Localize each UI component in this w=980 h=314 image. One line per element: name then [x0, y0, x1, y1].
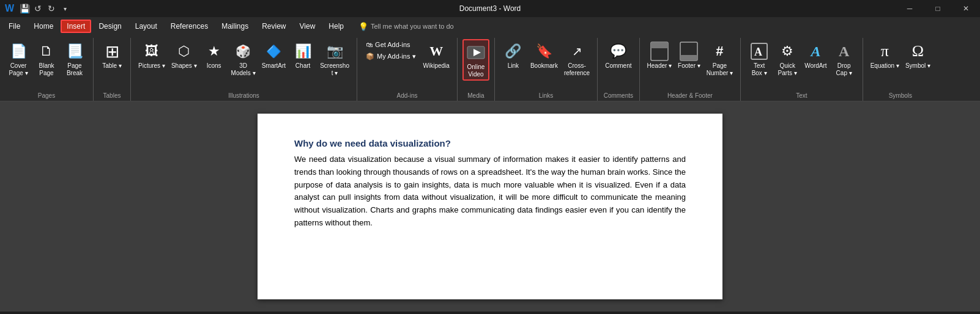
- ribbon-group-text: A TextBox ▾ ⚙ QuickParts ▾ A WordArt A D…: [741, 38, 863, 101]
- quick-access-undo[interactable]: ↺: [32, 3, 43, 14]
- menu-references[interactable]: References: [165, 20, 214, 33]
- menu-bar: File Home Insert Design Layout Reference…: [0, 17, 980, 35]
- bookmark-button[interactable]: 🔖 Bookmark: [528, 39, 560, 71]
- footer-button[interactable]: Footer ▾: [675, 39, 703, 71]
- wikipedia-button[interactable]: W Wikipedia: [421, 39, 452, 71]
- minimize-button[interactable]: ─: [896, 0, 924, 17]
- ribbon-group-illustrations: 🖼 Pictures ▾ ⬡ Shapes ▾ ★ Icons 🎲 3DMode…: [131, 38, 357, 101]
- quick-access-save[interactable]: 💾: [19, 3, 30, 14]
- icons-button[interactable]: ★ Icons: [201, 39, 228, 71]
- get-addins-button[interactable]: 🛍 Get Add-ins: [362, 39, 419, 50]
- svg-rect-5: [680, 55, 697, 60]
- chart-button[interactable]: 📊 Chart: [289, 39, 316, 71]
- document-body[interactable]: We need data visualization because a vis…: [294, 153, 686, 230]
- symbol-button[interactable]: Ω Symbol ▾: [903, 39, 933, 71]
- smartart-button[interactable]: 🔷 SmartArt: [259, 39, 288, 71]
- quick-access-redo[interactable]: ↻: [46, 3, 57, 14]
- cross-reference-button[interactable]: ↗ Cross-reference: [562, 39, 592, 78]
- pictures-button[interactable]: 🖼 Pictures ▾: [136, 39, 168, 71]
- menu-file[interactable]: File: [2, 20, 26, 33]
- menu-insert[interactable]: Insert: [61, 20, 91, 33]
- chart-label: Chart: [295, 62, 310, 70]
- quick-parts-button[interactable]: ⚙ QuickParts ▾: [774, 39, 801, 78]
- drop-cap-icon: A: [834, 42, 854, 61]
- drop-cap-button[interactable]: A DropCap ▾: [831, 39, 858, 78]
- cover-page-button[interactable]: 📄 CoverPage ▾: [5, 39, 32, 78]
- smartart-label: SmartArt: [262, 62, 286, 70]
- quick-access-customize[interactable]: ▾: [59, 3, 70, 14]
- symbol-label: Symbol ▾: [905, 62, 930, 70]
- maximize-button[interactable]: □: [924, 0, 952, 17]
- bookmark-icon: 🔖: [534, 42, 554, 61]
- wordart-button[interactable]: A WordArt: [802, 39, 830, 71]
- link-label: Link: [508, 62, 519, 70]
- ribbon-group-comments: 💬 Comment Comments: [598, 38, 639, 101]
- page-number-button[interactable]: # PageNumber ▾: [704, 39, 735, 78]
- svg-rect-3: [651, 42, 668, 48]
- comment-button[interactable]: 💬 Comment: [603, 39, 634, 71]
- links-group-label: Links: [497, 91, 595, 101]
- lightbulb-icon: 💡: [358, 22, 368, 31]
- page-break-button[interactable]: 📃 PageBreak: [61, 39, 88, 78]
- header-button[interactable]: Header ▾: [645, 39, 675, 71]
- search-bar[interactable]: 💡 Tell me what you want to do: [358, 22, 454, 31]
- title-bar-left: W 💾 ↺ ↻ ▾: [0, 3, 70, 14]
- menu-mailings[interactable]: Mailings: [215, 20, 254, 33]
- illustrations-buttons: 🖼 Pictures ▾ ⬡ Shapes ▾ ★ Icons 🎲 3DMode…: [133, 38, 354, 91]
- icons-icon: ★: [204, 42, 224, 61]
- shapes-button[interactable]: ⬡ Shapes ▾: [169, 39, 199, 71]
- shapes-label: Shapes ▾: [171, 62, 197, 70]
- links-buttons: 🔗 Link 🔖 Bookmark ↗ Cross-reference: [497, 38, 595, 91]
- equation-icon: π: [875, 42, 894, 61]
- online-video-button[interactable]: OnlineVideo: [462, 39, 489, 81]
- menu-home[interactable]: Home: [28, 20, 59, 33]
- wordart-icon: A: [806, 42, 825, 61]
- menu-review[interactable]: Review: [256, 20, 292, 33]
- quick-parts-icon: ⚙: [778, 42, 797, 61]
- get-addins-label: Get Add-ins: [375, 41, 410, 48]
- comment-label: Comment: [605, 62, 631, 70]
- equation-label: Equation ▾: [870, 62, 899, 70]
- screenshot-icon: 📷: [325, 42, 344, 61]
- menu-layout[interactable]: Layout: [129, 20, 163, 33]
- illustrations-group-label: Illustrations: [133, 91, 354, 101]
- chart-icon: 📊: [293, 42, 313, 61]
- quick-parts-label: QuickParts ▾: [778, 62, 797, 77]
- symbols-group-label: Symbols: [866, 91, 935, 101]
- media-buttons: OnlineVideo: [460, 38, 492, 91]
- ribbon-group-header-footer: Header ▾ Footer ▾ # PageNumber ▾ Header …: [640, 38, 741, 101]
- title-bar: W 💾 ↺ ↻ ▾ Document3 - Word ─ □ ✕: [0, 0, 980, 17]
- link-button[interactable]: 🔗 Link: [500, 39, 527, 71]
- close-button[interactable]: ✕: [952, 0, 980, 17]
- screenshot-button[interactable]: 📷 Screenshot ▾: [317, 39, 352, 78]
- my-addins-icon: 📦: [366, 53, 374, 60]
- addins-group-label: Add-ins: [360, 91, 455, 101]
- table-button[interactable]: ⊞ Table ▾: [98, 39, 125, 71]
- text-box-label: TextBox ▾: [752, 62, 767, 77]
- shapes-icon: ⬡: [174, 42, 194, 61]
- drop-cap-label: DropCap ▾: [836, 62, 852, 77]
- ribbon: 📄 CoverPage ▾ 🗋 BlankPage 📃 PageBreak Pa…: [0, 35, 980, 101]
- ribbon-group-addins: 🛍 Get Add-ins 📦 My Add-ins ▾ W Wikipedia…: [357, 38, 458, 101]
- 3d-models-button[interactable]: 🎲 3DModels ▾: [229, 39, 258, 78]
- online-video-label: OnlineVideo: [467, 64, 484, 78]
- my-addins-button[interactable]: 📦 My Add-ins ▾: [362, 51, 419, 62]
- page-number-icon: #: [710, 42, 729, 61]
- blank-page-icon: 🗋: [37, 42, 56, 61]
- header-footer-group-label: Header & Footer: [642, 91, 738, 101]
- tables-buttons: ⊞ Table ▾: [96, 38, 128, 91]
- menu-design[interactable]: Design: [92, 20, 127, 33]
- ribbon-group-links: 🔗 Link 🔖 Bookmark ↗ Cross-reference Link…: [495, 38, 598, 101]
- ribbon-group-pages: 📄 CoverPage ▾ 🗋 BlankPage 📃 PageBreak Pa…: [0, 38, 94, 101]
- menu-view[interactable]: View: [294, 20, 322, 33]
- symbols-buttons: π Equation ▾ Ω Symbol ▾: [866, 38, 935, 91]
- page-number-label: PageNumber ▾: [707, 62, 733, 77]
- cross-reference-icon: ↗: [567, 42, 587, 61]
- wikipedia-icon: W: [426, 42, 446, 61]
- equation-button[interactable]: π Equation ▾: [868, 39, 902, 71]
- my-addins-label: My Add-ins ▾: [377, 53, 415, 60]
- menu-help[interactable]: Help: [322, 20, 350, 33]
- text-box-button[interactable]: A TextBox ▾: [746, 39, 773, 78]
- get-addins-icon: 🛍: [366, 41, 373, 48]
- blank-page-button[interactable]: 🗋 BlankPage: [33, 39, 60, 78]
